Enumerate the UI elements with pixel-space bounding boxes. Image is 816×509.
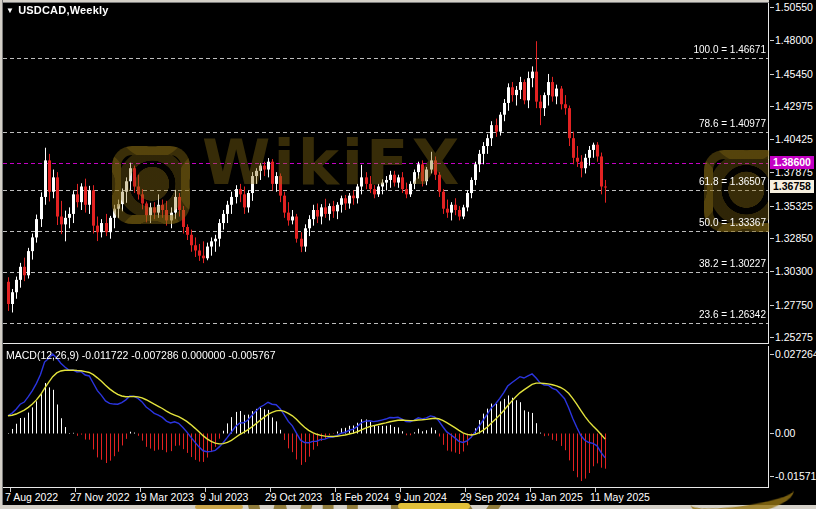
price-axis-label: 1.50550 bbox=[775, 1, 813, 13]
price-axis-label: 1.30300 bbox=[775, 265, 813, 277]
time-axis-label: 27 Nov 2022 bbox=[70, 491, 130, 503]
fib-level-label: 50.0 = 1.33367 bbox=[699, 217, 766, 228]
current-price-badge: 1.36758 bbox=[770, 180, 814, 193]
macd-axis-label: -0.015718 bbox=[775, 470, 816, 482]
dropdown-arrow-icon: ▼ bbox=[6, 6, 14, 15]
price-axis-label: 1.35325 bbox=[775, 200, 813, 212]
main-chart-panel[interactable] bbox=[3, 3, 769, 344]
time-axis-label: 11 May 2025 bbox=[590, 491, 650, 503]
time-axis-label: 29 Sep 2024 bbox=[460, 491, 520, 503]
time-axis-label: 7 Aug 2022 bbox=[5, 491, 58, 503]
chart-window: WikiFX WikiFX ▼USDCAD,Weekly MACD(12,26,… bbox=[0, 0, 816, 509]
fib-level-label: 23.6 = 1.26342 bbox=[699, 309, 766, 320]
fib-level-label: 38.2 = 1.30227 bbox=[699, 258, 766, 269]
price-axis-label: 1.32850 bbox=[775, 232, 813, 244]
macd-chart-canvas[interactable] bbox=[3, 346, 768, 487]
symbol-timeframe-label[interactable]: ▼USDCAD,Weekly bbox=[6, 4, 109, 16]
price-axis-label: 1.48000 bbox=[775, 34, 813, 46]
time-axis-label: 19 Jan 2025 bbox=[525, 491, 583, 503]
fib-line-price-badge: 1.38600 bbox=[770, 156, 814, 169]
macd-axis-label: 0.00 bbox=[775, 427, 795, 439]
time-axis-label: 18 Feb 2024 bbox=[330, 491, 389, 503]
macd-values-label: MACD(12,26,9) -0.011722 -0.007286 0.0000… bbox=[6, 349, 276, 361]
time-axis-label: 19 Mar 2023 bbox=[135, 491, 194, 503]
time-axis-label: 9 Jun 2024 bbox=[395, 491, 447, 503]
candlestick-chart-canvas[interactable] bbox=[3, 3, 768, 343]
price-axis-label: 1.42975 bbox=[775, 100, 813, 112]
fib-level-label: 61.8 = 1.36507 bbox=[699, 176, 766, 187]
macd-axis-label: 0.027264 bbox=[775, 348, 816, 360]
time-axis-label: 29 Oct 2023 bbox=[265, 491, 322, 503]
fib-level-label: 78.6 = 1.40977 bbox=[699, 118, 766, 129]
price-axis-label: 1.45450 bbox=[775, 68, 813, 80]
price-axis-label: 1.25275 bbox=[775, 331, 813, 343]
symbol-text: USDCAD,Weekly bbox=[18, 4, 108, 16]
window-border-bottom bbox=[0, 505, 816, 509]
time-axis[interactable]: 7 Aug 202227 Nov 202219 Mar 20239 Jul 20… bbox=[3, 488, 769, 505]
price-axis-label: 1.40425 bbox=[775, 133, 813, 145]
price-axis[interactable]: 1.505501.480001.454501.429751.404251.378… bbox=[769, 0, 816, 488]
time-axis-label: 9 Jul 2023 bbox=[200, 491, 248, 503]
macd-indicator-panel[interactable] bbox=[3, 346, 769, 488]
fib-level-label: 100.0 = 1.46671 bbox=[693, 44, 766, 55]
price-axis-label: 1.27750 bbox=[775, 299, 813, 311]
